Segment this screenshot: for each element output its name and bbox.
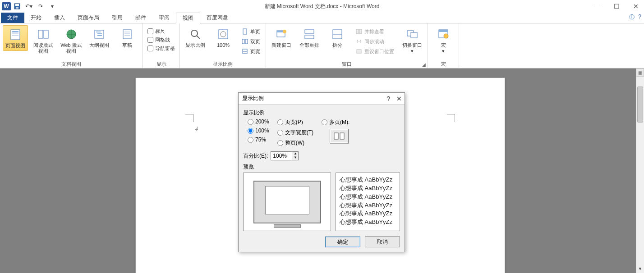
svg-rect-39 [439, 30, 448, 32]
radio-page-width[interactable]: 页宽(P) [277, 118, 313, 126]
save-icon[interactable] [12, 1, 23, 11]
switch-window-icon [405, 27, 419, 41]
group-show: 标尺 网格线 导航窗格 显示 [143, 23, 180, 68]
word-app-icon[interactable]: W [2, 2, 11, 10]
tab-baidu[interactable]: 百度网盘 [200, 13, 235, 23]
sample-line: 心想事成 AaBbYyZz [340, 201, 396, 210]
tab-insert[interactable]: 插入 [48, 13, 71, 23]
close-button[interactable]: ✕ [630, 1, 641, 12]
svg-rect-41 [334, 133, 338, 139]
ribbon: 页面视图 阅读版式视图 Web 版式视图 大纲视图 草稿 文档视图 [0, 23, 644, 68]
svg-rect-30 [305, 35, 314, 39]
tab-file[interactable]: 文件 [1, 13, 24, 23]
svg-rect-17 [124, 35, 130, 36]
zoom-icon [188, 27, 202, 41]
scroll-thumb[interactable] [637, 86, 643, 123]
svg-rect-7 [38, 30, 43, 38]
preview-monitor-box [243, 173, 331, 231]
print-layout-button[interactable]: 页面视图 [3, 25, 28, 51]
svg-rect-37 [411, 32, 417, 38]
reset-position-icon [355, 48, 363, 55]
hundred-percent-button[interactable]: 100% [211, 25, 236, 50]
svg-rect-4 [12, 31, 18, 32]
navpane-checkbox[interactable]: 导航窗格 [147, 45, 175, 52]
tab-references[interactable]: 引用 [106, 13, 129, 23]
reading-layout-button[interactable]: 阅读版式视图 [31, 25, 56, 55]
svg-rect-12 [97, 33, 102, 34]
arrange-all-icon [302, 27, 317, 41]
minimize-button[interactable]: — [591, 1, 603, 12]
new-window-button[interactable]: 新建窗口 [269, 25, 294, 50]
multipage-picker[interactable] [330, 129, 349, 143]
radio-200[interactable]: 200% [248, 118, 269, 125]
svg-rect-5 [12, 33, 18, 34]
help-icon[interactable]: ? [638, 14, 641, 21]
page-width-button[interactable]: 页宽 [239, 47, 262, 56]
web-layout-icon [64, 27, 78, 41]
radio-75[interactable]: 75% [248, 136, 269, 143]
ok-button[interactable]: 确定 [325, 237, 360, 247]
tab-home[interactable]: 开始 [24, 13, 48, 23]
tab-mailings[interactable]: 邮件 [129, 13, 152, 23]
two-page-button[interactable]: 双页 [239, 37, 262, 46]
two-page-icon [241, 38, 248, 45]
monitor-icon [253, 181, 321, 223]
svg-rect-11 [96, 32, 101, 32]
preview-sample-box: 心想事成 AaBbYyZz 心想事成 AaBbYyZz 心想事成 AaBbYyZ… [336, 173, 400, 231]
qat-dropdown-icon[interactable]: ▾ [47, 1, 58, 11]
switch-window-button[interactable]: 切换窗口▾ [400, 25, 425, 55]
svg-point-28 [283, 30, 286, 33]
reset-position-button: 重设窗口位置 [354, 47, 396, 56]
print-layout-icon [8, 27, 23, 42]
group-label-window: 窗口◢ [266, 60, 428, 68]
ruler-checkbox[interactable]: 标尺 [147, 28, 175, 35]
svg-rect-35 [357, 50, 361, 53]
split-button[interactable]: 拆分 [325, 25, 350, 50]
vertical-scrollbar[interactable]: ▲ ▼ [636, 68, 644, 273]
macro-icon [436, 27, 451, 41]
outline-button[interactable]: 大纲视图 [87, 25, 112, 50]
radio-100[interactable]: 100% [248, 127, 269, 134]
percent-label: 百分比(E): [243, 152, 268, 160]
dialog-close-button[interactable]: ✕ [396, 95, 402, 102]
scroll-down-icon[interactable]: ▼ [636, 265, 644, 273]
spin-down-icon[interactable]: ▼ [292, 156, 298, 160]
group-label-macro: 宏 [428, 60, 459, 68]
quick-access-toolbar: W ↶▾ ↷ ▾ [0, 1, 58, 11]
tab-pagelayout[interactable]: 页面布局 [71, 13, 106, 23]
percent-spinner[interactable]: ▲▼ [271, 151, 299, 160]
dialog-help-button[interactable]: ? [386, 95, 390, 102]
svg-point-18 [191, 30, 198, 36]
redo-icon[interactable]: ↷ [35, 1, 46, 11]
ribbon-help-icons: ⓘ ? [629, 14, 641, 21]
one-page-button[interactable]: 单页 [239, 27, 262, 36]
zoom-button[interactable]: 显示比例 [183, 25, 208, 50]
svg-rect-22 [243, 29, 247, 34]
radio-multi-page[interactable]: 多页(M): [322, 118, 350, 126]
svg-rect-29 [305, 30, 314, 33]
undo-icon[interactable]: ↶▾ [23, 1, 34, 11]
window-controls: — ☐ ✕ [591, 0, 641, 13]
arrange-all-button[interactable]: 全部重排 [297, 25, 322, 50]
reading-layout-icon [36, 27, 51, 41]
radio-text-width[interactable]: 文字宽度(T) [277, 129, 313, 136]
minimize-ribbon-icon[interactable]: ⓘ [629, 14, 635, 21]
macro-button[interactable]: 宏▾ [431, 25, 456, 55]
sync-scroll-icon [355, 38, 363, 45]
tab-review[interactable]: 审阅 [152, 13, 176, 23]
draft-button[interactable]: 草稿 [115, 25, 140, 50]
maximize-button[interactable]: ☐ [611, 1, 622, 12]
radio-whole-page[interactable]: 整页(W) [277, 139, 313, 147]
gridlines-checkbox[interactable]: 网格线 [147, 36, 175, 43]
ruler-toggle-button[interactable]: ▦ [636, 68, 644, 77]
percent-input[interactable] [271, 152, 292, 160]
cancel-button[interactable]: 取消 [365, 237, 400, 247]
page-width-icon [241, 48, 248, 55]
title-bar: W ↶▾ ↷ ▾ 新建 Microsoft Word 文档.docx - Mic… [0, 0, 644, 13]
window-group-launcher[interactable]: ◢ [422, 62, 426, 67]
zoom-dialog: 显示比例 ? ✕ 显示比例 200% 100% 75% 页宽(P) 文字宽度(T… [238, 92, 405, 252]
dialog-titlebar[interactable]: 显示比例 ? ✕ [239, 93, 405, 105]
sync-scroll-button: 同步滚动 [354, 37, 396, 46]
tab-view[interactable]: 视图 [176, 13, 200, 23]
web-layout-button[interactable]: Web 版式视图 [59, 25, 84, 55]
